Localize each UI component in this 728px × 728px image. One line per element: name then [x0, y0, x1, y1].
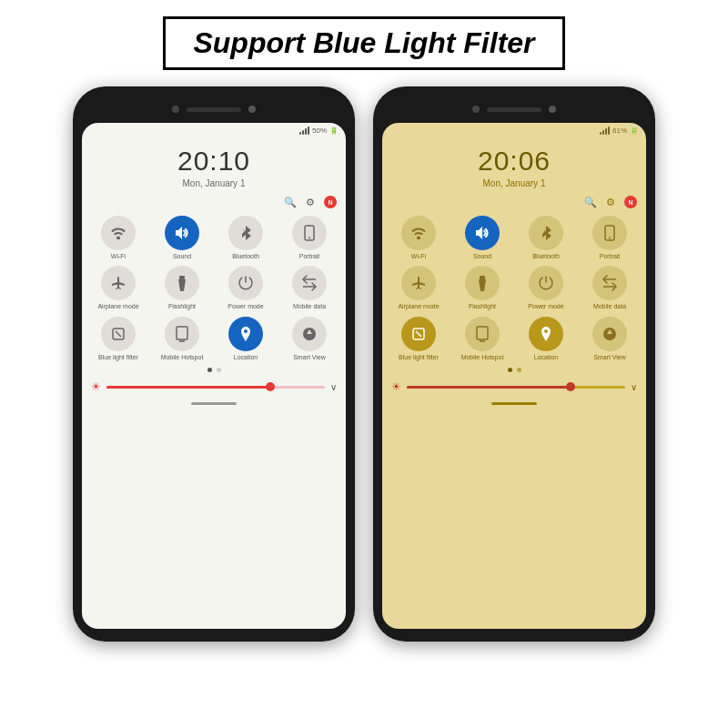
bar1 [299, 132, 301, 135]
mobile-data-label-left: Mobile data [293, 303, 326, 310]
clock-date-right: Mon, January 1 [382, 178, 646, 188]
search-icon-left[interactable]: 🔍 [284, 197, 297, 208]
location-label-right: Location [534, 354, 558, 361]
toggle-smart-view-right[interactable]: Smart View [581, 317, 639, 361]
toggle-portrait-left[interactable]: Portrait [280, 216, 339, 260]
brightness-chevron-right[interactable]: ∨ [631, 382, 637, 392]
page-dots-right [382, 365, 646, 375]
brightness-track-right[interactable] [407, 386, 625, 389]
bluetooth-circle-right [529, 216, 563, 250]
toggle-blue-light-left[interactable]: Blue light filter [89, 317, 147, 361]
toggle-hotspot-left[interactable]: Mobile Hotspot [153, 317, 211, 361]
search-icon-right[interactable]: 🔍 [584, 197, 597, 208]
toggle-wifi-left[interactable]: Wi-Fi [89, 216, 147, 260]
toggle-portrait-right[interactable]: Portrait [581, 216, 639, 260]
toggle-location-left[interactable]: Location [217, 317, 275, 361]
sound-circle-right [465, 216, 500, 250]
toggle-grid-left: Wi-Fi Sound Bluetooth [82, 212, 346, 365]
notification-badge-left[interactable]: N [324, 196, 337, 208]
wifi-label-left: Wi-Fi [111, 253, 126, 260]
toggle-power-right[interactable]: Power mode [517, 266, 575, 310]
quick-actions-left: 🔍 ⚙ N [82, 194, 346, 212]
bar3 [305, 128, 307, 135]
sound-circle-left [165, 216, 199, 250]
page-title: Support Blue Light Filter [193, 26, 534, 60]
toggle-location-right[interactable]: Location [517, 317, 575, 361]
brightness-fill-right [407, 386, 571, 389]
dot-active-left [207, 368, 212, 372]
sound-label-right: Sound [473, 253, 491, 260]
clock-area-left: 20:10 Mon, January 1 [82, 136, 346, 194]
blue-light-circle-right [401, 317, 436, 351]
phone-screen-right: 61% 🔋 20:06 Mon, January 1 🔍 ⚙ N [382, 123, 646, 629]
brightness-icon-right: ☀ [391, 380, 401, 393]
sound-label-left: Sound [173, 253, 191, 260]
wifi-label-right: Wi-Fi [411, 253, 426, 260]
settings-icon-right[interactable]: ⚙ [606, 197, 615, 208]
brightness-bar-left: ☀ ∨ [82, 375, 346, 399]
notification-badge-right[interactable]: N [624, 196, 637, 208]
wifi-circle-left [101, 216, 136, 250]
mobile-data-circle-left [292, 266, 327, 300]
power-circle-left [228, 266, 263, 300]
location-circle-left [228, 317, 263, 351]
toggle-mobile-data-left[interactable]: Mobile data [280, 266, 339, 310]
toggle-power-left[interactable]: Power mode [217, 266, 275, 310]
home-bar-right [491, 402, 537, 405]
blue-light-label-left: Blue light filter [98, 354, 138, 361]
mobile-data-circle-right [592, 266, 627, 300]
location-label-left: Location [234, 354, 258, 361]
bar3r [605, 128, 607, 135]
svg-line-7 [116, 331, 121, 337]
page-dots-left [82, 365, 346, 375]
flashlight-label-left: Flashlight [168, 303, 196, 310]
bluetooth-circle-left [228, 216, 263, 250]
toggle-hotspot-right[interactable]: Mobile Hotspot [453, 317, 511, 361]
brightness-fill-left [106, 386, 270, 389]
home-bar-container-right [382, 399, 646, 407]
svg-rect-2 [179, 276, 185, 279]
toggle-airplane-right[interactable]: Airplane mode [389, 266, 448, 310]
hotspot-label-right: Mobile Hotspot [461, 354, 504, 361]
clock-time-left: 20:10 [82, 146, 346, 177]
bar4r [608, 126, 610, 135]
brightness-track-left[interactable] [106, 386, 325, 389]
toggle-airplane-left[interactable]: Airplane mode [89, 266, 147, 310]
mobile-data-label-right: Mobile data [593, 303, 626, 310]
toggle-mobile-data-right[interactable]: Mobile data [581, 266, 639, 310]
status-bar-left: 50% 🔋 [82, 123, 346, 136]
status-bar-right: 61% 🔋 [382, 123, 646, 136]
airplane-label-right: Airplane mode [398, 303, 439, 310]
svg-marker-13 [479, 279, 486, 291]
phone-camera-right [549, 106, 556, 113]
battery-icon-left: 🔋 [329, 126, 339, 135]
flashlight-circle-left [165, 266, 199, 300]
dot-active-right [508, 368, 512, 372]
phone-speaker-right [487, 107, 541, 112]
toggle-sound-left[interactable]: Sound [153, 216, 211, 260]
toggle-blue-light-right[interactable]: Blue light filter [389, 317, 448, 361]
brightness-chevron-left[interactable]: ∨ [330, 382, 337, 392]
signal-right [600, 127, 610, 135]
home-bar-left [191, 402, 237, 405]
toggle-flashlight-right[interactable]: Flashlight [453, 266, 511, 310]
svg-point-1 [308, 238, 310, 239]
battery-right: 61% [612, 126, 627, 135]
toggle-bluetooth-left[interactable]: Bluetooth [217, 216, 275, 260]
blue-light-label-right: Blue light filter [399, 354, 439, 361]
toggle-wifi-right[interactable]: Wi-Fi [389, 216, 448, 260]
phone-top-bar-right [382, 99, 646, 119]
smart-view-circle-left [292, 317, 327, 351]
power-label-left: Power mode [228, 303, 263, 310]
battery-left: 50% [312, 126, 327, 135]
wifi-circle-right [401, 216, 436, 250]
svg-rect-8 [177, 327, 187, 339]
settings-icon-left[interactable]: ⚙ [306, 197, 315, 208]
toggle-flashlight-left[interactable]: Flashlight [153, 266, 211, 310]
smart-view-label-left: Smart View [293, 354, 326, 361]
toggle-sound-right[interactable]: Sound [453, 216, 511, 260]
toggle-smart-view-left[interactable]: Smart View [280, 317, 339, 361]
toggle-bluetooth-right[interactable]: Bluetooth [517, 216, 575, 260]
battery-icon-right: 🔋 [630, 126, 639, 135]
hotspot-circle-right [465, 317, 500, 351]
